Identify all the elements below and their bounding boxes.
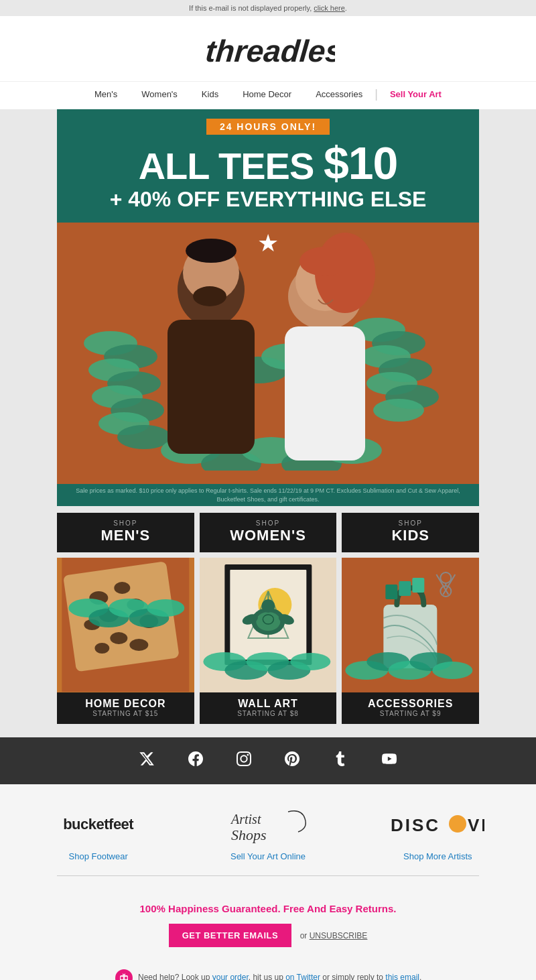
shop-womens-label: SHOP bbox=[200, 519, 337, 527]
home-decor-price: STARTING AT $15 bbox=[57, 710, 194, 717]
help-lookup: Look up bbox=[182, 973, 212, 980]
category-accessories[interactable]: ACCESSORIES STARTING AT $9 bbox=[342, 558, 479, 724]
help-email-link[interactable]: this email bbox=[385, 973, 419, 980]
shop-kids-button[interactable]: SHOP KIDS bbox=[342, 513, 479, 552]
svg-text:DISC: DISC bbox=[391, 815, 440, 835]
top-bar-link[interactable]: click here bbox=[314, 4, 344, 12]
help-twitter-link[interactable]: on Twitter bbox=[285, 973, 320, 980]
svg-point-91 bbox=[125, 977, 127, 979]
partners-section: bucketfeet Shop Footwear Artist Shops Se… bbox=[0, 784, 536, 890]
twitter-icon[interactable] bbox=[139, 751, 155, 771]
svg-point-50 bbox=[147, 599, 184, 617]
chain-decoration bbox=[57, 223, 479, 484]
svg-point-59 bbox=[261, 599, 275, 613]
svg-point-15 bbox=[373, 399, 424, 422]
bucketfeet-logo-text: bucketfeet bbox=[63, 816, 133, 833]
category-wall-art[interactable]: WALL ART STARTING AT $8 bbox=[200, 558, 337, 724]
partner-divider bbox=[57, 875, 479, 876]
svg-rect-71 bbox=[399, 581, 411, 596]
hero-top: 24 HOURS ONLY! ALL TEES $10 + 40% OFF EV… bbox=[57, 109, 479, 223]
wall-art-price: STARTING AT $8 bbox=[200, 710, 337, 717]
guarantee-text: 100% Happiness Guaranteed. Free And Easy… bbox=[13, 903, 523, 914]
nav-kids[interactable]: Kids bbox=[190, 89, 230, 99]
shop-kids-label: SHOP bbox=[342, 519, 479, 527]
svg-text:VER: VER bbox=[468, 815, 484, 835]
hero-title-line1: ALL TEES $10 bbox=[70, 140, 466, 186]
svg-point-29 bbox=[186, 239, 237, 263]
or-unsub-text: or UNSUBSCRIBE bbox=[300, 931, 368, 940]
help-need-help: Need help? bbox=[138, 973, 179, 980]
partners-row: bucketfeet Shop Footwear Artist Shops Se… bbox=[13, 804, 523, 862]
discover-link[interactable]: Shop More Artists bbox=[403, 851, 472, 861]
svg-point-33 bbox=[299, 247, 350, 276]
bucketfeet-logo: bucketfeet bbox=[20, 804, 176, 845]
svg-text:threadless: threadless bbox=[204, 34, 335, 68]
shop-kids-name: KIDS bbox=[342, 527, 479, 544]
hero-image[interactable]: ★ bbox=[57, 223, 479, 484]
svg-point-82 bbox=[433, 662, 473, 679]
artist-shops-logo-svg: Artist Shops bbox=[228, 805, 308, 844]
wall-art-footer: WALL ART STARTING AT $8 bbox=[200, 692, 337, 724]
partner-discover: DISC VER Shop More Artists bbox=[353, 804, 523, 862]
partner-bucketfeet: bucketfeet Shop Footwear bbox=[13, 804, 183, 862]
hero-badge: 24 HOURS ONLY! bbox=[206, 119, 330, 135]
svg-rect-27 bbox=[168, 320, 255, 454]
hero-disclaimer: Sale prices as marked. $10 price only ap… bbox=[57, 484, 479, 506]
facebook-icon[interactable] bbox=[188, 751, 203, 770]
svg-point-8 bbox=[117, 425, 171, 449]
help-your-order-link[interactable]: your order bbox=[212, 973, 249, 980]
partner-artist-shops: Artist Shops Sell Your Art Online bbox=[183, 804, 352, 862]
shop-womens-button[interactable]: SHOP WOMEN'S bbox=[200, 513, 337, 552]
pinterest-icon[interactable] bbox=[285, 751, 299, 770]
svg-point-43 bbox=[110, 632, 127, 644]
hero-bottom-fill bbox=[57, 471, 479, 484]
category-tiles: HOME DECOR STARTING AT $15 bbox=[57, 558, 479, 724]
accessories-name: ACCESSORIES bbox=[342, 698, 479, 710]
nav-accessories[interactable]: Accessories bbox=[304, 89, 375, 99]
svg-point-38 bbox=[114, 582, 130, 594]
shop-mens-name: MEN'S bbox=[57, 527, 194, 544]
category-home-decor[interactable]: HOME DECOR STARTING AT $15 bbox=[57, 558, 194, 724]
shop-mens-button[interactable]: SHOP MEN'S bbox=[57, 513, 194, 552]
guarantee-section: 100% Happiness Guaranteed. Free And Easy… bbox=[0, 890, 536, 958]
svg-point-45 bbox=[129, 639, 148, 651]
nav-sell-your-art[interactable]: Sell Your Art bbox=[378, 89, 454, 99]
nav-mens[interactable]: Men's bbox=[82, 89, 129, 99]
or-text: or bbox=[300, 931, 308, 940]
home-decor-name: HOME DECOR bbox=[57, 698, 194, 710]
discover-logo-svg: DISC VER bbox=[391, 811, 484, 838]
top-bar: If this e-mail is not displayed properly… bbox=[0, 0, 536, 16]
nav-home-decor[interactable]: Home Decor bbox=[230, 89, 304, 99]
svg-rect-34 bbox=[285, 326, 365, 461]
svg-rect-72 bbox=[413, 578, 425, 593]
hero-title-line2: + 40% OFF EVERYTHING ELSE bbox=[70, 187, 466, 212]
hero-banner: 24 HOURS ONLY! ALL TEES $10 + 40% OFF EV… bbox=[57, 109, 479, 506]
bucketfeet-link[interactable]: Shop Footwear bbox=[69, 851, 128, 861]
guarantee-actions: GET BETTER EMAILS or UNSUBSCRIBE bbox=[13, 924, 523, 947]
svg-point-90 bbox=[121, 977, 123, 979]
svg-point-67 bbox=[290, 653, 330, 670]
help-section: Need help? Look up your order, hit us up… bbox=[0, 958, 536, 980]
nav: Men's Women's Kids Home Decor Accessorie… bbox=[0, 81, 536, 109]
shop-buttons-row: SHOP MEN'S SHOP WOMEN'S SHOP KIDS bbox=[57, 513, 479, 552]
svg-point-94 bbox=[123, 973, 125, 975]
help-text: Need help? Look up your order, hit us up… bbox=[13, 969, 523, 980]
nav-womens[interactable]: Women's bbox=[129, 89, 190, 99]
wall-art-name: WALL ART bbox=[200, 698, 337, 710]
unsubscribe-link[interactable]: UNSUBSCRIBE bbox=[310, 931, 368, 940]
threadless-logo[interactable]: threadless bbox=[201, 27, 335, 70]
artist-shops-logo: Artist Shops bbox=[190, 804, 346, 845]
help-robot-icon bbox=[115, 969, 133, 980]
svg-text:Shops: Shops bbox=[231, 826, 267, 843]
wall-art-image bbox=[200, 558, 337, 692]
youtube-icon[interactable] bbox=[381, 751, 397, 770]
shop-mens-label: SHOP bbox=[57, 519, 194, 527]
home-decor-footer: HOME DECOR STARTING AT $15 bbox=[57, 692, 194, 724]
shop-womens-name: WOMEN'S bbox=[200, 527, 337, 544]
svg-point-86 bbox=[449, 815, 466, 833]
instagram-icon[interactable] bbox=[237, 751, 251, 770]
tumblr-icon[interactable] bbox=[333, 751, 348, 770]
get-better-emails-button[interactable]: GET BETTER EMAILS bbox=[169, 924, 292, 947]
accessories-footer: ACCESSORIES STARTING AT $9 bbox=[342, 692, 479, 724]
artist-shops-link[interactable]: Sell Your Art Online bbox=[230, 851, 306, 861]
